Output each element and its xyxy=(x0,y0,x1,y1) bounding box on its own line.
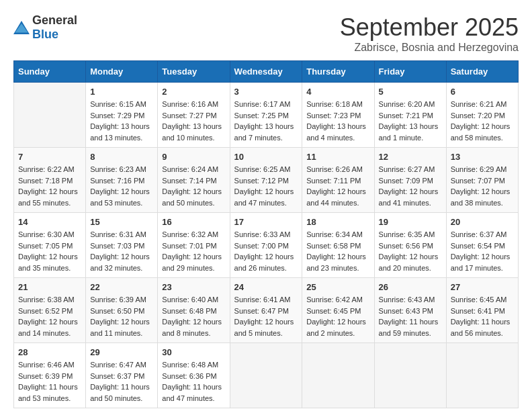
day-number: 18 xyxy=(306,217,369,227)
day-info: Sunrise: 6:17 AMSunset: 7:25 PMDaylight:… xyxy=(234,99,298,143)
day-cell xyxy=(446,343,518,408)
day-cell: 22Sunrise: 6:39 AMSunset: 6:50 PMDayligh… xyxy=(86,278,158,343)
day-info: Sunrise: 6:46 AMSunset: 6:39 PMDaylight:… xyxy=(18,359,81,404)
day-number: 15 xyxy=(90,217,153,227)
week-row-3: 21Sunrise: 6:38 AMSunset: 6:52 PMDayligh… xyxy=(14,278,519,343)
day-number: 23 xyxy=(162,282,225,292)
day-cell: 2Sunrise: 6:16 AMSunset: 7:27 PMDaylight… xyxy=(158,83,230,148)
day-number: 20 xyxy=(451,217,514,227)
day-number: 14 xyxy=(18,217,81,227)
week-row-4: 28Sunrise: 6:46 AMSunset: 6:39 PMDayligh… xyxy=(14,343,519,408)
day-cell: 27Sunrise: 6:45 AMSunset: 6:41 PMDayligh… xyxy=(446,278,518,343)
day-cell xyxy=(230,343,302,408)
weekday-header-monday: Monday xyxy=(86,61,158,83)
day-number: 9 xyxy=(162,152,225,162)
day-info: Sunrise: 6:15 AMSunset: 7:29 PMDaylight:… xyxy=(90,99,153,143)
day-cell: 25Sunrise: 6:42 AMSunset: 6:45 PMDayligh… xyxy=(302,278,374,343)
day-info: Sunrise: 6:37 AMSunset: 6:54 PMDaylight:… xyxy=(451,229,514,273)
day-number: 22 xyxy=(90,282,153,292)
day-number: 25 xyxy=(306,282,369,292)
day-info: Sunrise: 6:26 AMSunset: 7:11 PMDaylight:… xyxy=(306,164,369,208)
day-info: Sunrise: 6:20 AMSunset: 7:21 PMDaylight:… xyxy=(379,99,442,143)
day-cell: 6Sunrise: 6:21 AMSunset: 7:20 PMDaylight… xyxy=(446,83,518,148)
day-cell: 23Sunrise: 6:40 AMSunset: 6:48 PMDayligh… xyxy=(158,278,230,343)
day-info: Sunrise: 6:38 AMSunset: 6:52 PMDaylight:… xyxy=(18,294,81,338)
day-cell: 30Sunrise: 6:48 AMSunset: 6:36 PMDayligh… xyxy=(158,343,230,408)
day-info: Sunrise: 6:30 AMSunset: 7:05 PMDaylight:… xyxy=(18,229,81,273)
day-cell: 20Sunrise: 6:37 AMSunset: 6:54 PMDayligh… xyxy=(446,213,518,278)
day-info: Sunrise: 6:18 AMSunset: 7:23 PMDaylight:… xyxy=(306,99,369,143)
weekday-header-row: SundayMondayTuesdayWednesdayThursdayFrid… xyxy=(14,61,519,83)
day-info: Sunrise: 6:29 AMSunset: 7:07 PMDaylight:… xyxy=(451,164,514,208)
day-info: Sunrise: 6:35 AMSunset: 6:56 PMDaylight:… xyxy=(379,229,442,273)
day-cell: 4Sunrise: 6:18 AMSunset: 7:23 PMDaylight… xyxy=(302,83,374,148)
week-row-0: 1Sunrise: 6:15 AMSunset: 7:29 PMDaylight… xyxy=(14,83,519,148)
day-cell: 10Sunrise: 6:25 AMSunset: 7:12 PMDayligh… xyxy=(230,148,302,213)
day-info: Sunrise: 6:34 AMSunset: 6:58 PMDaylight:… xyxy=(306,229,369,273)
week-row-1: 7Sunrise: 6:22 AMSunset: 7:18 PMDaylight… xyxy=(14,148,519,213)
day-cell: 18Sunrise: 6:34 AMSunset: 6:58 PMDayligh… xyxy=(302,213,374,278)
day-number: 7 xyxy=(18,152,81,162)
weekday-header-sunday: Sunday xyxy=(14,61,86,83)
weekday-header-saturday: Saturday xyxy=(446,61,518,83)
day-cell xyxy=(374,343,446,408)
day-info: Sunrise: 6:39 AMSunset: 6:50 PMDaylight:… xyxy=(90,294,153,338)
day-number: 16 xyxy=(162,217,225,227)
day-cell: 21Sunrise: 6:38 AMSunset: 6:52 PMDayligh… xyxy=(14,278,86,343)
day-info: Sunrise: 6:41 AMSunset: 6:47 PMDaylight:… xyxy=(234,294,298,338)
day-info: Sunrise: 6:22 AMSunset: 7:18 PMDaylight:… xyxy=(18,164,81,208)
logo-text: General Blue xyxy=(32,13,77,42)
weekday-header-wednesday: Wednesday xyxy=(230,61,302,83)
day-info: Sunrise: 6:24 AMSunset: 7:14 PMDaylight:… xyxy=(162,164,225,208)
day-number: 2 xyxy=(162,87,225,97)
day-info: Sunrise: 6:33 AMSunset: 7:00 PMDaylight:… xyxy=(234,229,298,273)
day-info: Sunrise: 6:47 AMSunset: 6:37 PMDaylight:… xyxy=(90,359,153,404)
day-info: Sunrise: 6:23 AMSunset: 7:16 PMDaylight:… xyxy=(90,164,153,208)
day-cell: 8Sunrise: 6:23 AMSunset: 7:16 PMDaylight… xyxy=(86,148,158,213)
day-cell: 7Sunrise: 6:22 AMSunset: 7:18 PMDaylight… xyxy=(14,148,86,213)
day-number: 21 xyxy=(18,282,81,292)
day-info: Sunrise: 6:40 AMSunset: 6:48 PMDaylight:… xyxy=(162,294,225,338)
day-number: 6 xyxy=(451,87,514,97)
day-cell: 15Sunrise: 6:31 AMSunset: 7:03 PMDayligh… xyxy=(86,213,158,278)
day-number: 10 xyxy=(234,152,298,162)
day-info: Sunrise: 6:43 AMSunset: 6:43 PMDaylight:… xyxy=(379,294,442,338)
day-cell: 11Sunrise: 6:26 AMSunset: 7:11 PMDayligh… xyxy=(302,148,374,213)
day-number: 28 xyxy=(18,347,81,357)
location-subtitle: Zabrisce, Bosnia and Herzegovina xyxy=(340,42,519,54)
day-cell: 13Sunrise: 6:29 AMSunset: 7:07 PMDayligh… xyxy=(446,148,518,213)
day-number: 8 xyxy=(90,152,153,162)
logo: General Blue xyxy=(13,13,77,42)
day-cell: 26Sunrise: 6:43 AMSunset: 6:43 PMDayligh… xyxy=(374,278,446,343)
month-title: September 2025 xyxy=(340,13,519,42)
day-info: Sunrise: 6:31 AMSunset: 7:03 PMDaylight:… xyxy=(90,229,153,273)
weekday-header-thursday: Thursday xyxy=(302,61,374,83)
day-cell: 3Sunrise: 6:17 AMSunset: 7:25 PMDaylight… xyxy=(230,83,302,148)
day-cell: 9Sunrise: 6:24 AMSunset: 7:14 PMDaylight… xyxy=(158,148,230,213)
day-cell: 14Sunrise: 6:30 AMSunset: 7:05 PMDayligh… xyxy=(14,213,86,278)
day-number: 26 xyxy=(379,282,442,292)
header: General Blue September 2025 Zabrisce, Bo… xyxy=(13,13,519,54)
day-number: 17 xyxy=(234,217,298,227)
day-cell: 24Sunrise: 6:41 AMSunset: 6:47 PMDayligh… xyxy=(230,278,302,343)
day-cell xyxy=(302,343,374,408)
week-row-2: 14Sunrise: 6:30 AMSunset: 7:05 PMDayligh… xyxy=(14,213,519,278)
title-section: September 2025 Zabrisce, Bosnia and Herz… xyxy=(340,13,519,54)
day-number: 3 xyxy=(234,87,298,97)
day-number: 12 xyxy=(379,152,442,162)
svg-marker-1 xyxy=(15,24,28,33)
logo-icon xyxy=(13,21,30,34)
day-number: 24 xyxy=(234,282,298,292)
day-cell: 12Sunrise: 6:27 AMSunset: 7:09 PMDayligh… xyxy=(374,148,446,213)
day-cell: 5Sunrise: 6:20 AMSunset: 7:21 PMDaylight… xyxy=(374,83,446,148)
day-info: Sunrise: 6:45 AMSunset: 6:41 PMDaylight:… xyxy=(451,294,514,338)
day-cell: 29Sunrise: 6:47 AMSunset: 6:37 PMDayligh… xyxy=(86,343,158,408)
day-info: Sunrise: 6:25 AMSunset: 7:12 PMDaylight:… xyxy=(234,164,298,208)
day-number: 27 xyxy=(451,282,514,292)
day-cell: 17Sunrise: 6:33 AMSunset: 7:00 PMDayligh… xyxy=(230,213,302,278)
weekday-header-tuesday: Tuesday xyxy=(158,61,230,83)
day-number: 29 xyxy=(90,347,153,357)
day-info: Sunrise: 6:27 AMSunset: 7:09 PMDaylight:… xyxy=(379,164,442,208)
day-info: Sunrise: 6:42 AMSunset: 6:45 PMDaylight:… xyxy=(306,294,369,338)
day-cell: 19Sunrise: 6:35 AMSunset: 6:56 PMDayligh… xyxy=(374,213,446,278)
